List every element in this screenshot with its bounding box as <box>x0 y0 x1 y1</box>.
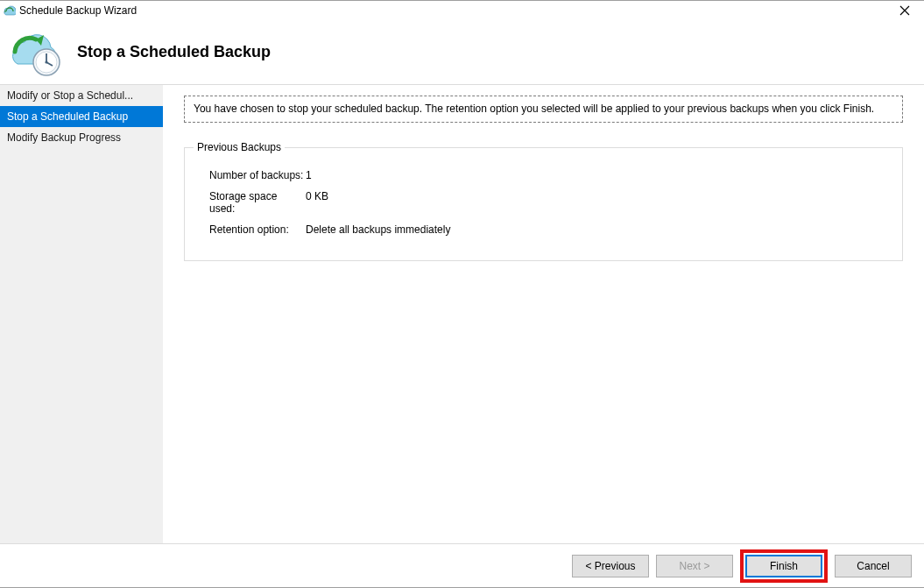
row-storage-space: Storage space used: 0 KB <box>209 190 885 215</box>
value-retention-option: Delete all backups immediately <box>306 223 450 236</box>
sidebar-step-modify-progress[interactable]: Modify Backup Progress <box>0 127 163 148</box>
wizard-steps-sidebar: Modify or Stop a Schedul... Stop a Sched… <box>0 85 163 543</box>
label-storage-space: Storage space used: <box>209 190 306 215</box>
wizard-footer: < Previous Next > Finish Cancel <box>0 543 924 587</box>
app-icon <box>2 4 16 18</box>
group-legend: Previous Backups <box>194 141 285 153</box>
next-button: Next > <box>656 555 733 577</box>
previous-button[interactable]: < Previous <box>572 555 649 577</box>
intro-text: You have chosen to stop your scheduled b… <box>184 96 903 123</box>
sidebar-step-stop-scheduled[interactable]: Stop a Scheduled Backup <box>0 106 163 127</box>
finish-button[interactable]: Finish <box>745 555 822 577</box>
wizard-content: You have chosen to stop your scheduled b… <box>163 85 924 543</box>
window-title: Schedule Backup Wizard <box>19 4 887 17</box>
value-storage-space: 0 KB <box>306 190 328 215</box>
close-button[interactable] <box>887 2 922 19</box>
row-retention-option: Retention option: Delete all backups imm… <box>209 223 885 236</box>
svg-point-4 <box>45 60 47 63</box>
label-retention-option: Retention option: <box>209 223 306 236</box>
page-title: Stop a Scheduled Backup <box>72 43 271 61</box>
titlebar: Schedule Backup Wizard <box>0 1 924 20</box>
header-icon <box>2 27 72 78</box>
sidebar-step-modify-or-stop[interactable]: Modify or Stop a Schedul... <box>0 85 163 106</box>
value-number-of-backups: 1 <box>306 169 312 181</box>
cancel-button[interactable]: Cancel <box>835 555 912 577</box>
row-number-of-backups: Number of backups: 1 <box>209 169 885 181</box>
finish-highlight: Finish <box>740 549 828 583</box>
label-number-of-backups: Number of backups: <box>209 169 306 181</box>
previous-backups-group: Previous Backups Number of backups: 1 St… <box>184 147 903 261</box>
wizard-header: Stop a Scheduled Backup <box>0 20 924 85</box>
wizard-body: Modify or Stop a Schedul... Stop a Sched… <box>0 85 924 543</box>
